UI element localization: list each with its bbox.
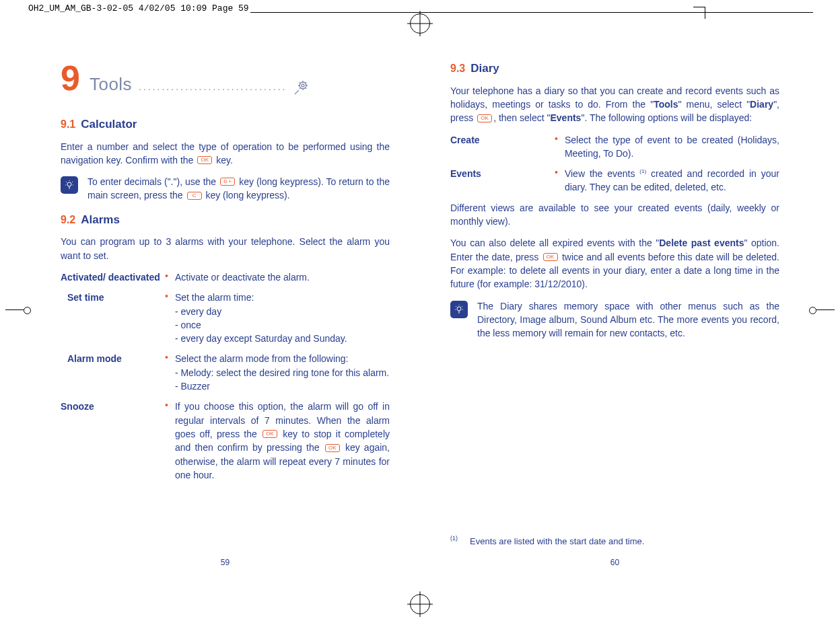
desc: Select the alarm mode from the following…: [175, 352, 390, 393]
diary-options-list: Create • Select the type of event to be …: [450, 133, 779, 194]
option-snooze: Snooze • If you choose this option, the …: [61, 400, 390, 482]
registration-mark-right: [812, 309, 835, 310]
option-alarm-mode: Alarm mode • Select the alarm mode from …: [61, 352, 390, 393]
zero-key-icon: 0.+: [220, 178, 235, 186]
section-9-2-heading: 9.2 Alarms: [61, 212, 390, 229]
bullet-icon: •: [555, 133, 558, 161]
chapter-number: 9: [61, 61, 80, 96]
option-activated: Activated/ deactivated • Activate or dea…: [61, 270, 390, 284]
registration-mark-bottom: [410, 594, 430, 614]
bullet-icon: •: [555, 167, 558, 194]
chapter-heading: 9 Tools ................................: [61, 61, 390, 98]
alarm-options-list: Activated/ deactivated • Activate or dea…: [61, 270, 390, 482]
header-file-stamp: OH2_UM_AM_GB-3-02-05 4/02/05 10:09 Page …: [27, 3, 250, 15]
option-set-time: Set time • Set the alarm time: - every d…: [61, 291, 390, 345]
section-number: 9.2: [61, 212, 75, 227]
ok-key-icon: OK: [477, 114, 492, 122]
footnote: (1) Events are listed with the start dat…: [450, 536, 644, 548]
section-9-1-heading: 9.1 Calculator: [61, 116, 390, 133]
page-right: 9.3 Diary Your telephone has a diary so …: [450, 61, 779, 581]
page-spread: 9 Tools ................................…: [61, 61, 779, 581]
ok-key-icon: OK: [325, 444, 340, 452]
registration-mark-left: [5, 309, 28, 310]
page-number: 60: [610, 557, 619, 569]
tip-text: The Diary shares memory space with other…: [477, 299, 779, 340]
diary-delete-past: You can also delete all expired events w…: [450, 236, 779, 291]
diary-intro: Your telephone has a diary so that you c…: [450, 84, 779, 125]
svg-point-3: [457, 307, 461, 311]
footnote-text: Events are listed with the start date an…: [470, 536, 644, 548]
svg-point-2: [67, 182, 71, 186]
diary-memory-tip: The Diary shares memory space with other…: [450, 299, 779, 340]
bullet-icon: •: [165, 400, 168, 482]
term: Snooze: [61, 400, 165, 482]
section-number: 9.1: [61, 116, 75, 132]
tip-text: To enter decimals ("."), use the 0.+ key…: [88, 175, 390, 203]
tools-icon: [292, 80, 308, 100]
calculator-intro: Enter a number and select the type of op…: [61, 140, 390, 168]
section-title: Diary: [470, 61, 499, 77]
alarms-intro: You can program up to 3 alarms with your…: [61, 235, 390, 262]
desc: If you choose this option, the alarm wil…: [175, 400, 390, 482]
bullet-icon: •: [165, 270, 168, 284]
ok-key-icon: OK: [197, 156, 212, 164]
page-left: 9 Tools ................................…: [61, 61, 390, 581]
option-events: Events • View the events (1) created and…: [450, 167, 779, 194]
desc: Select the type of event to be created (…: [565, 133, 779, 161]
bullet-icon: •: [165, 291, 168, 345]
c-key-icon: C: [187, 192, 202, 200]
chapter-title-wrap: Tools ................................: [90, 72, 308, 98]
ok-key-icon: OK: [543, 253, 558, 261]
diary-views: Different views are available to see you…: [450, 201, 779, 229]
section-9-3-heading: 9.3 Diary: [450, 61, 779, 77]
desc: View the events (1) created and recorded…: [565, 167, 779, 194]
lightbulb-icon: [61, 176, 78, 194]
section-title: Alarms: [81, 212, 120, 229]
calculator-tip: To enter decimals ("."), use the 0.+ key…: [61, 175, 390, 203]
term: Activated/ deactivated: [61, 270, 165, 284]
lightbulb-icon: [450, 301, 468, 318]
crop-mark-top-right: [693, 7, 705, 19]
page-number: 59: [221, 557, 230, 569]
chapter-title: Tools: [90, 74, 132, 94]
section-number: 9.3: [450, 61, 465, 76]
term: Events: [450, 167, 555, 194]
section-title: Calculator: [81, 116, 137, 133]
footnote-ref: (1): [639, 168, 646, 174]
chapter-dots: ................................: [139, 81, 287, 92]
footnote-mark: (1): [450, 534, 458, 547]
ok-key-icon: OK: [262, 430, 277, 438]
term: Set time: [61, 291, 165, 345]
svg-point-1: [302, 84, 304, 87]
term: Create: [450, 133, 555, 161]
desc: Activate or deactivate the alarm.: [175, 270, 390, 284]
bullet-icon: •: [165, 352, 168, 393]
term: Alarm mode: [61, 352, 165, 393]
desc: Set the alarm time: - every day - once -…: [175, 291, 390, 345]
registration-mark-top: [410, 13, 430, 34]
option-create: Create • Select the type of event to be …: [450, 133, 779, 161]
